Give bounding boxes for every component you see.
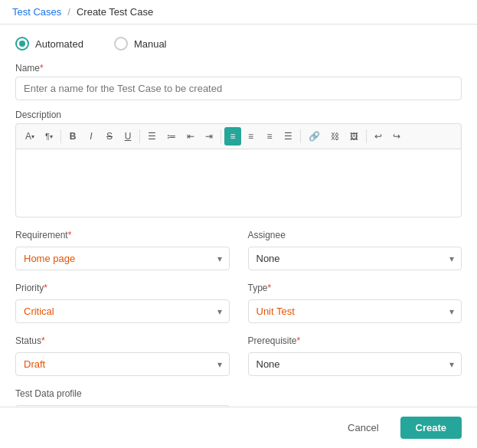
toolbar-sep-3 xyxy=(221,129,221,143)
requirement-field: Requirement* Home page Login page Dashbo… xyxy=(15,230,230,270)
automated-radio-inner xyxy=(19,41,25,47)
align-left-btn[interactable]: ≡ xyxy=(224,127,241,146)
type-select[interactable]: Unit Test Integration Test Smoke Test xyxy=(248,299,462,323)
toolbar-sep-1 xyxy=(60,129,61,143)
breadcrumb-current: Create Test Case xyxy=(77,6,153,18)
breadcrumb-separator: / xyxy=(67,6,70,18)
automated-radio[interactable]: Automated xyxy=(15,37,83,51)
unlink-btn[interactable]: ⛓ xyxy=(326,127,344,146)
justify-btn[interactable]: ☰ xyxy=(279,127,297,146)
align-center-btn[interactable]: ≡ xyxy=(243,127,260,146)
type-label: Type* xyxy=(248,283,462,293)
link-btn[interactable]: 🔗 xyxy=(304,127,325,146)
prerequisite-field: Prerequisite* None ▾ xyxy=(248,335,462,376)
assignee-label: Assignee xyxy=(248,230,462,240)
status-label: Status* xyxy=(15,335,230,346)
toolbar-sep-4 xyxy=(300,129,301,143)
assignee-field: Assignee None User 1 User 2 ▾ xyxy=(248,230,462,270)
toolbar-sep-2 xyxy=(139,129,140,143)
image-btn[interactable]: 🖼 xyxy=(345,127,363,146)
description-section: Description A▾ ¶▾ B I S U ☰ ≔ ⇤ ⇥ ≡ ≡ ≡ … xyxy=(15,110,462,217)
requirement-select-wrapper: Home page Login page Dashboard ▾ xyxy=(15,247,230,270)
manual-radio[interactable]: Manual xyxy=(114,37,167,51)
prerequisite-label: Prerequisite* xyxy=(248,335,462,346)
status-select[interactable]: Draft Active Closed xyxy=(15,352,230,376)
undo-btn[interactable]: ↩ xyxy=(370,127,387,146)
test-data-profile-label: Test Data profile xyxy=(15,388,230,399)
align-right-btn[interactable]: ≡ xyxy=(261,127,278,146)
create-button[interactable]: Create xyxy=(400,417,462,439)
font-size-btn[interactable]: A▾ xyxy=(21,127,39,146)
paragraph-btn[interactable]: ¶▾ xyxy=(41,127,57,146)
type-select-wrapper: Unit Test Integration Test Smoke Test ▾ xyxy=(248,299,462,323)
ol-btn[interactable]: ≔ xyxy=(162,127,181,146)
name-field: Name* xyxy=(15,63,462,100)
content-area: Automated Manual Name* Description A▾ ¶▾… xyxy=(0,25,477,441)
footer: Cancel Create xyxy=(0,407,477,448)
automated-radio-label: Automated xyxy=(35,38,83,50)
editor-toolbar: A▾ ¶▾ B I S U ☰ ≔ ⇤ ⇥ ≡ ≡ ≡ ☰ 🔗 ⛓ 🖼 ↩ ↪ xyxy=(15,123,462,149)
type-field: Type* Unit Test Integration Test Smoke T… xyxy=(248,283,462,323)
indent-left-btn[interactable]: ⇤ xyxy=(182,127,199,146)
priority-select-wrapper: Critical High Medium Low ▾ xyxy=(15,299,230,323)
automated-radio-outer xyxy=(15,37,29,51)
requirement-label: Requirement* xyxy=(15,230,230,240)
underline-btn[interactable]: U xyxy=(119,127,136,146)
bold-btn[interactable]: B xyxy=(64,127,81,146)
cancel-button[interactable]: Cancel xyxy=(335,417,390,439)
manual-radio-outer xyxy=(114,37,128,51)
redo-btn[interactable]: ↪ xyxy=(388,127,405,146)
toolbar-sep-5 xyxy=(366,129,367,143)
editor-area[interactable] xyxy=(15,149,462,217)
priority-select[interactable]: Critical High Medium Low xyxy=(15,299,230,323)
status-field: Status* Draft Active Closed ▾ xyxy=(15,335,230,376)
name-input[interactable] xyxy=(15,77,462,100)
breadcrumb-bar: Test Cases / Create Test Case xyxy=(0,0,477,25)
assignee-select[interactable]: None User 1 User 2 xyxy=(248,247,462,270)
prerequisite-select-wrapper: None ▾ xyxy=(248,352,462,376)
assignee-select-wrapper: None User 1 User 2 ▾ xyxy=(248,247,462,270)
priority-field: Priority* Critical High Medium Low ▾ xyxy=(15,283,230,323)
requirement-select[interactable]: Home page Login page Dashboard xyxy=(15,247,230,270)
manual-radio-label: Manual xyxy=(134,38,167,50)
indent-right-btn[interactable]: ⇥ xyxy=(201,127,217,146)
status-select-wrapper: Draft Active Closed ▾ xyxy=(15,352,230,376)
priority-label: Priority* xyxy=(15,283,230,293)
description-label: Description xyxy=(15,110,462,120)
italic-btn[interactable]: I xyxy=(83,127,100,146)
prerequisite-select[interactable]: None xyxy=(248,352,462,376)
form-grid: Requirement* Home page Login page Dashbo… xyxy=(15,230,462,429)
ul-btn[interactable]: ☰ xyxy=(143,127,161,146)
radio-group: Automated Manual xyxy=(15,37,462,51)
name-label: Name* xyxy=(15,63,462,74)
breadcrumb-link[interactable]: Test Cases xyxy=(12,6,61,18)
strikethrough-btn[interactable]: S xyxy=(101,127,118,146)
